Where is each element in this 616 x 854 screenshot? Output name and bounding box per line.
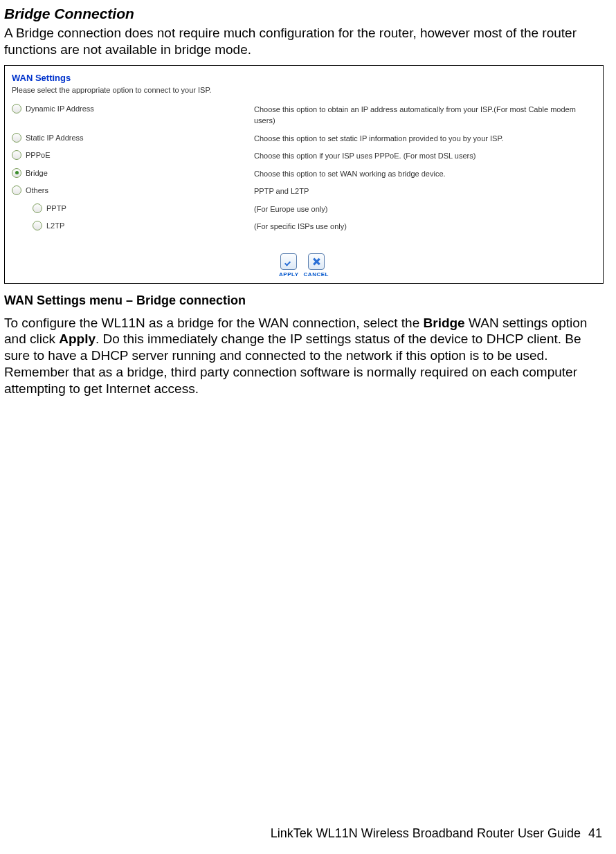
- apply-button[interactable]: APPLY: [279, 253, 298, 278]
- panel-subtitle: Please select the appropriate option to …: [12, 86, 596, 94]
- check-icon: [284, 257, 293, 266]
- option-label: Dynamic IP Address: [26, 105, 94, 113]
- x-icon: [312, 257, 320, 266]
- wan-settings-panel: WAN Settings Please select the appropria…: [4, 65, 604, 284]
- option-static-ip[interactable]: Static IP Address Choose this option to …: [12, 133, 596, 145]
- option-desc: Choose this option to obtain an IP addre…: [254, 104, 596, 127]
- radio-icon: [12, 150, 21, 160]
- option-pppoe[interactable]: PPPoE Choose this option if your ISP use…: [12, 150, 596, 162]
- body-paragraph: To configure the WL11N as a bridge for t…: [4, 315, 604, 397]
- option-others[interactable]: Others PPTP and L2TP: [12, 185, 596, 197]
- option-dynamic-ip[interactable]: Dynamic IP Address Choose this option to…: [12, 104, 596, 127]
- option-desc: (For specific ISPs use only): [254, 221, 347, 233]
- option-label: PPPoE: [26, 151, 50, 159]
- button-bar: APPLY CANCEL: [12, 253, 596, 278]
- intro-text: A Bridge connection does not require muc…: [4, 25, 604, 58]
- radio-icon: [33, 221, 42, 230]
- radio-icon: [12, 185, 21, 195]
- panel-title: WAN Settings: [12, 73, 596, 83]
- option-desc: PPTP and L2TP: [254, 185, 309, 197]
- option-desc: (For Europe use only): [254, 203, 327, 215]
- option-bridge[interactable]: Bridge Choose this option to set WAN wor…: [12, 168, 596, 180]
- option-label: Others: [26, 186, 48, 194]
- section-title: Bridge Connection: [4, 6, 604, 22]
- option-desc: Choose this option to set static IP info…: [254, 133, 503, 145]
- option-label: L2TP: [46, 221, 64, 230]
- option-label: Static IP Address: [26, 134, 84, 142]
- radio-icon: [12, 168, 21, 178]
- option-l2tp[interactable]: L2TP (For specific ISPs use only): [12, 221, 596, 233]
- option-label: Bridge: [26, 169, 48, 177]
- option-desc: Choose this option if your ISP uses PPPo…: [254, 150, 475, 162]
- radio-icon: [12, 104, 21, 113]
- option-desc: Choose this option to set WAN working as…: [254, 168, 446, 180]
- option-label: PPTP: [46, 204, 66, 212]
- cancel-button[interactable]: CANCEL: [304, 253, 329, 278]
- apply-label: APPLY: [279, 271, 298, 278]
- radio-icon: [33, 203, 42, 213]
- option-pptp[interactable]: PPTP (For Europe use only): [12, 203, 596, 215]
- figure-caption: WAN Settings menu – Bridge connection: [4, 293, 604, 308]
- cancel-label: CANCEL: [304, 271, 329, 278]
- radio-icon: [12, 133, 21, 143]
